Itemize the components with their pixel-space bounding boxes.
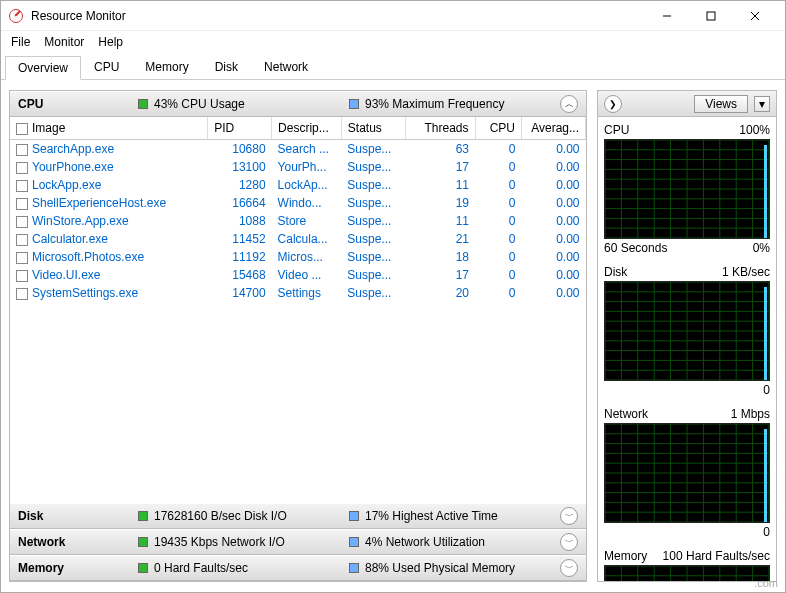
row-checkbox[interactable]	[16, 270, 28, 282]
chart-bottom-right: 0%	[753, 241, 770, 255]
minimize-button[interactable]	[645, 2, 689, 30]
process-table-wrap[interactable]: Image PID Descrip... Status Threads CPU …	[10, 117, 586, 503]
expand-disk-button[interactable]: ﹀	[560, 507, 578, 525]
svg-rect-1	[707, 12, 715, 20]
col-status[interactable]: Status	[341, 117, 405, 140]
table-row[interactable]: Microsoft.Photos.exe11192Micros...Suspe.…	[10, 248, 586, 266]
col-cpu[interactable]: CPU	[475, 117, 522, 140]
watermark: .com	[754, 577, 778, 589]
disk-active-swatch-icon	[349, 511, 359, 521]
chart-canvas	[604, 281, 770, 381]
table-row[interactable]: SearchApp.exe10680Search ...Suspe...6300…	[10, 140, 586, 159]
views-dropdown-button[interactable]: ▾	[754, 96, 770, 112]
chart-cpu: CPU100%60 Seconds0%	[604, 121, 770, 257]
mem-faults-swatch-icon	[138, 563, 148, 573]
section-memory-name: Memory	[18, 561, 128, 575]
row-checkbox[interactable]	[16, 252, 28, 264]
section-network-name: Network	[18, 535, 128, 549]
section-disk-name: Disk	[18, 509, 128, 523]
checkbox-all[interactable]	[16, 123, 28, 135]
table-row[interactable]: SystemSettings.exe14700SettingsSuspe...2…	[10, 284, 586, 302]
tab-cpu[interactable]: CPU	[81, 55, 132, 79]
menu-file[interactable]: File	[11, 35, 30, 49]
app-icon	[9, 9, 23, 23]
chart-canvas	[604, 565, 770, 581]
tab-overview[interactable]: Overview	[5, 56, 81, 80]
net-io-swatch-icon	[138, 537, 148, 547]
cpu-freq-swatch-icon	[349, 99, 359, 109]
menubar: File Monitor Help	[1, 31, 785, 53]
net-util-swatch-icon	[349, 537, 359, 547]
disk-active-text: 17% Highest Active Time	[365, 509, 498, 523]
tab-disk[interactable]: Disk	[202, 55, 251, 79]
tab-memory[interactable]: Memory	[132, 55, 201, 79]
table-row[interactable]: LockApp.exe1280LockAp...Suspe...1100.00	[10, 176, 586, 194]
cpu-usage-swatch-icon	[138, 99, 148, 109]
section-cpu-header[interactable]: CPU 43% CPU Usage 93% Maximum Frequency …	[10, 91, 586, 117]
row-checkbox[interactable]	[16, 162, 28, 174]
maximize-button[interactable]	[689, 2, 733, 30]
net-io-text: 19435 Kbps Network I/O	[154, 535, 285, 549]
chart-memory: Memory100 Hard Faults/sec	[604, 547, 770, 581]
table-row[interactable]: YourPhone.exe13100YourPh...Suspe...1700.…	[10, 158, 586, 176]
expand-memory-button[interactable]: ﹀	[560, 559, 578, 577]
process-table: Image PID Descrip... Status Threads CPU …	[10, 117, 586, 302]
chart-name: Memory	[604, 549, 647, 563]
table-row[interactable]: ShellExperienceHost.exe16664Windo...Susp…	[10, 194, 586, 212]
chart-canvas	[604, 423, 770, 523]
chart-top-scale: 1 Mbps	[731, 407, 770, 421]
right-toolbar: ❯ Views ▾	[598, 91, 776, 117]
row-checkbox[interactable]	[16, 144, 28, 156]
table-row[interactable]: Video.UI.exe15468Video ...Suspe...1700.0…	[10, 266, 586, 284]
chart-name: Disk	[604, 265, 627, 279]
chart-bottom-right: 0	[763, 525, 770, 539]
section-memory-header[interactable]: Memory 0 Hard Faults/sec 88% Used Physic…	[10, 555, 586, 581]
col-desc[interactable]: Descrip...	[272, 117, 342, 140]
mem-faults-text: 0 Hard Faults/sec	[154, 561, 248, 575]
table-row[interactable]: WinStore.App.exe1088StoreSuspe...1100.00	[10, 212, 586, 230]
chart-bottom-right: 0	[763, 383, 770, 397]
chart-top-scale: 100%	[739, 123, 770, 137]
titlebar: Resource Monitor	[1, 1, 785, 31]
row-checkbox[interactable]	[16, 234, 28, 246]
row-checkbox[interactable]	[16, 288, 28, 300]
close-button[interactable]	[733, 2, 777, 30]
right-pane: ❯ Views ▾ CPU100%60 Seconds0%Disk1 KB/se…	[597, 90, 777, 582]
chart-bottom-left: 60 Seconds	[604, 241, 667, 255]
left-pane: CPU 43% CPU Usage 93% Maximum Frequency …	[9, 90, 587, 582]
chart-disk: Disk1 KB/sec0	[604, 263, 770, 399]
disk-io-swatch-icon	[138, 511, 148, 521]
table-row[interactable]: Calculator.exe11452Calcula...Suspe...210…	[10, 230, 586, 248]
section-disk-header[interactable]: Disk 17628160 B/sec Disk I/O 17% Highest…	[10, 503, 586, 529]
chart-name: CPU	[604, 123, 629, 137]
section-cpu-name: CPU	[18, 97, 128, 111]
menu-help[interactable]: Help	[98, 35, 123, 49]
tab-network[interactable]: Network	[251, 55, 321, 79]
col-pid[interactable]: PID	[208, 117, 272, 140]
disk-io-text: 17628160 B/sec Disk I/O	[154, 509, 287, 523]
net-util-text: 4% Network Utilization	[365, 535, 485, 549]
window-title: Resource Monitor	[27, 9, 645, 23]
chart-name: Network	[604, 407, 648, 421]
chart-top-scale: 100 Hard Faults/sec	[663, 549, 770, 563]
col-threads[interactable]: Threads	[405, 117, 475, 140]
chart-canvas	[604, 139, 770, 239]
row-checkbox[interactable]	[16, 180, 28, 192]
chart-top-scale: 1 KB/sec	[722, 265, 770, 279]
mem-used-swatch-icon	[349, 563, 359, 573]
row-checkbox[interactable]	[16, 216, 28, 228]
section-network-header[interactable]: Network 19435 Kbps Network I/O 4% Networ…	[10, 529, 586, 555]
charts-container[interactable]: CPU100%60 Seconds0%Disk1 KB/sec0Network1…	[598, 117, 776, 581]
cpu-freq-text: 93% Maximum Frequency	[365, 97, 504, 111]
expand-network-button[interactable]: ﹀	[560, 533, 578, 551]
collapse-cpu-button[interactable]: ︿	[560, 95, 578, 113]
chart-network: Network1 Mbps0	[604, 405, 770, 541]
views-button[interactable]: Views	[694, 95, 748, 113]
col-image[interactable]: Image	[10, 117, 208, 140]
mem-used-text: 88% Used Physical Memory	[365, 561, 515, 575]
col-avg[interactable]: Averag...	[522, 117, 586, 140]
menu-monitor[interactable]: Monitor	[44, 35, 84, 49]
collapse-right-button[interactable]: ❯	[604, 95, 622, 113]
cpu-usage-text: 43% CPU Usage	[154, 97, 245, 111]
row-checkbox[interactable]	[16, 198, 28, 210]
